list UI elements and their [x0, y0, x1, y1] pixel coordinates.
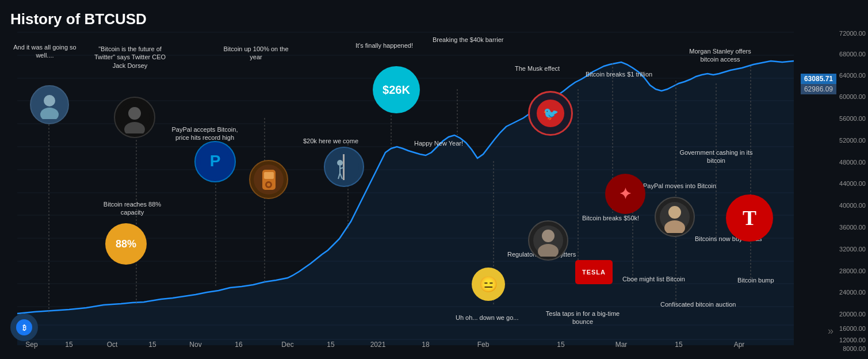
y-label-64k: 64000.00: [839, 72, 866, 79]
y-label-52k: 52000.00: [839, 137, 866, 144]
avatar-person3: [655, 197, 695, 237]
price-current: 63085.71: [801, 74, 836, 84]
climber-icon: [324, 147, 364, 187]
x-label-apr: Apr: [734, 341, 745, 349]
sad-emoji-icon: 😑: [472, 268, 505, 301]
tesla-logo-icon: T: [726, 194, 773, 242]
annotation-up100: Bitcoin up 100% on the year: [221, 45, 290, 62]
svg-text:🐦: 🐦: [543, 106, 559, 121]
annotation-down-we-go: Uh oh... down we go...: [456, 314, 518, 322]
y-label-36k: 36000.00: [839, 224, 866, 231]
annotation-50k: Bitcoin breaks $50k!: [582, 214, 639, 222]
annotation-40k: Breaking the $40k barrier: [433, 36, 504, 44]
annotation-paypal-moves: PayPal moves into Bitcoin: [643, 182, 716, 190]
annotation-musk-effect: The Musk effect: [515, 64, 560, 72]
svg-point-57: [542, 230, 555, 242]
chart-container: History of BTCUSD: [0, 0, 868, 359]
svg-rect-43: [264, 172, 274, 179]
x-label-15b: 15: [148, 341, 156, 349]
y-label-16k: 16000.00: [839, 325, 866, 332]
svg-point-34: [44, 95, 55, 106]
y-label-72k: 72000.00: [839, 30, 866, 37]
price-secondary: 62986.09: [801, 84, 836, 94]
x-label-15c: 15: [327, 341, 334, 349]
y-label-40k: 40000.00: [839, 202, 866, 209]
x-label-15d: 15: [557, 341, 564, 349]
svg-text:P: P: [209, 152, 220, 170]
spark-icon: ✦: [605, 174, 645, 214]
avatar-dorsey: [114, 97, 155, 138]
next-chevron-icon[interactable]: »: [828, 325, 833, 337]
x-label-feb: Feb: [477, 341, 490, 349]
svg-point-48: [337, 160, 343, 166]
paypal-icon: P: [194, 141, 236, 182]
x-label-dec: Dec: [281, 341, 293, 349]
x-label-nov: Nov: [189, 341, 201, 349]
x-label-mar: Mar: [615, 341, 628, 349]
btcusd-logo-icon: ₿: [10, 314, 38, 341]
x-label-18: 18: [422, 341, 429, 349]
avatar-sep: [30, 85, 69, 124]
y-label-12k: 12000.00: [839, 337, 866, 343]
x-label-16: 16: [235, 341, 242, 349]
y-label-44k: 44000.00: [839, 180, 866, 187]
capacity-88-icon: 88%: [105, 223, 147, 265]
annotation-88capacity: Bitcoin reaches 88% capacity: [95, 200, 170, 217]
x-label-oct: Oct: [107, 341, 118, 349]
y-label-24k: 24000.00: [839, 289, 866, 296]
annotation-happy-new-year: Happy New Year!: [414, 139, 463, 147]
price-badge: 63085.71 62986.09: [801, 74, 836, 94]
avatar-regulator: [528, 220, 568, 261]
y-label-56k: 56000.00: [839, 115, 866, 122]
x-label-2021: 2021: [370, 341, 386, 349]
annotation-gov-cashing: Government cashing in its bitcoin: [679, 148, 754, 165]
annotation-finally: It's finally happened!: [355, 41, 413, 49]
y-label-32k: 32000.00: [839, 246, 866, 253]
svg-point-60: [668, 206, 681, 219]
twitter-musk-icon: 🐦: [528, 91, 573, 136]
annotation-1trillion: Bitcoin breaks $1 trillion: [586, 70, 652, 78]
y-label-48k: 48000.00: [839, 159, 866, 166]
annotation-all-going-well: And it was all going so well....: [10, 43, 79, 60]
svg-point-45: [267, 183, 270, 186]
y-label-8k: 8000.00: [843, 345, 866, 352]
annotation-morgan-stanley: Morgan Stanley offers bitcoin access: [680, 47, 760, 64]
annotation-dorsey: "Bitcoin is the future of Twitter" says …: [93, 45, 167, 70]
tesla-text-icon: TESLA: [575, 260, 613, 284]
x-label-sep: Sep: [25, 341, 37, 349]
y-label-60k: 60000.00: [839, 93, 866, 100]
annotation-confiscated: Confiscated bitcoin auction: [660, 300, 736, 308]
annotation-tesla-taps: Tesla taps in for a big-time bounce: [545, 310, 620, 326]
annotation-bitcoin-bump: Bitcoin bump: [737, 276, 774, 284]
svg-text:T: T: [743, 207, 756, 230]
annotation-cboe: Cboe might list Bitcoin: [622, 275, 685, 283]
svg-point-37: [128, 107, 141, 120]
annotation-20k: $20k here we come: [303, 137, 358, 145]
x-label-15e: 15: [675, 341, 682, 349]
y-label-68k: 68000.00: [839, 51, 866, 58]
x-label-15a: 15: [65, 341, 72, 349]
annotation-paypal-accepts: PayPal accepts Bitcoin, price hits recor…: [165, 125, 245, 142]
y-label-20k: 20000.00: [839, 311, 866, 318]
jukebox-icon: [249, 160, 288, 199]
svg-text:₿: ₿: [22, 324, 26, 332]
y-label-28k: 28000.00: [839, 268, 866, 274]
26k-price-bubble: $26K: [373, 66, 420, 113]
